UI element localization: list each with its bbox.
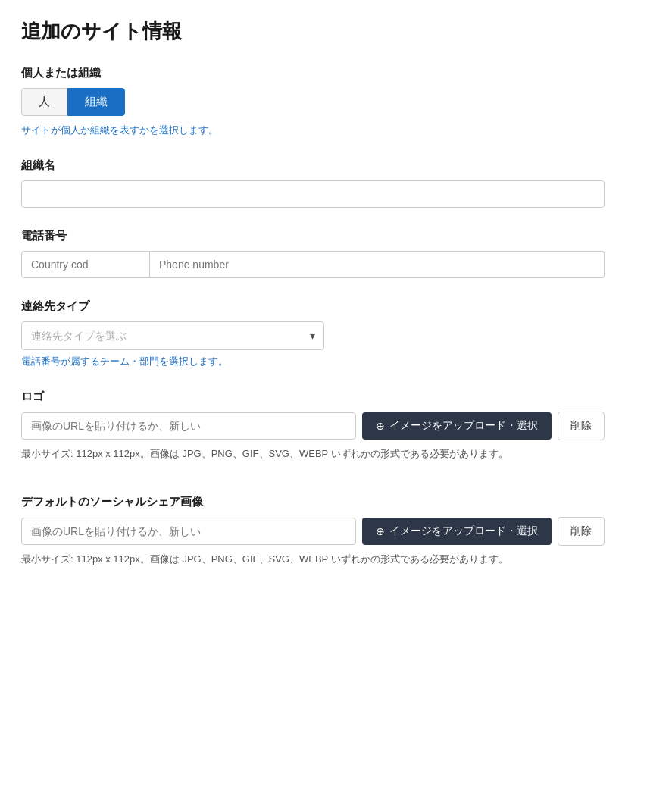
contact-type-hint: 電話番号が属するチーム・部門を選択します。 [21, 355, 651, 368]
person-org-label: 個人または組織 [21, 66, 651, 80]
person-org-hint: サイトが個人か組織を表すかを選択します。 [21, 124, 651, 137]
plus-circle-icon-social: ⊕ [376, 525, 385, 537]
social-image-upload-label: イメージをアップロード・選択 [389, 524, 538, 538]
logo-section: ロゴ ⊕ イメージをアップロード・選択 削除 最小サイズ: 112px x 11… [21, 390, 651, 462]
logo-delete-button[interactable]: 削除 [558, 412, 605, 440]
person-org-toggle: 人 組織 [21, 88, 651, 116]
plus-circle-icon: ⊕ [376, 420, 385, 432]
person-org-section: 個人または組織 人 組織 サイトが個人か組織を表すかを選択します。 [21, 66, 651, 137]
phone-section: 電話番号 [21, 229, 651, 278]
phone-number-input[interactable] [150, 251, 605, 278]
page-title: 追加のサイト情報 [21, 18, 651, 45]
contact-type-label: 連絡先タイプ [21, 299, 651, 314]
phone-group [21, 251, 605, 278]
contact-type-select[interactable]: 連絡先タイプを選ぶ [21, 321, 324, 350]
org-name-label: 組織名 [21, 158, 651, 173]
phone-label: 電話番号 [21, 229, 651, 243]
social-image-delete-button[interactable]: 削除 [558, 517, 605, 546]
social-image-input-group: ⊕ イメージをアップロード・選択 削除 [21, 517, 605, 546]
contact-type-wrapper: 連絡先タイプを選ぶ ▾ [21, 321, 324, 350]
social-image-upload-button[interactable]: ⊕ イメージをアップロード・選択 [362, 518, 552, 545]
person-button[interactable]: 人 [21, 88, 67, 116]
logo-upload-button[interactable]: ⊕ イメージをアップロード・選択 [362, 412, 552, 440]
social-image-section: デフォルトのソーシャルシェア画像 ⊕ イメージをアップロード・選択 削除 最小サ… [21, 495, 651, 567]
social-image-url-input[interactable] [21, 518, 356, 545]
country-code-input[interactable] [21, 251, 150, 278]
contact-type-section: 連絡先タイプ 連絡先タイプを選ぶ ▾ 電話番号が属するチーム・部門を選択します。 [21, 299, 651, 368]
social-image-label: デフォルトのソーシャルシェア画像 [21, 495, 651, 509]
social-image-size-hint: 最小サイズ: 112px x 112px。画像は JPG、PNG、GIF、SVG… [21, 552, 605, 567]
logo-upload-label: イメージをアップロード・選択 [389, 419, 538, 433]
org-name-section: 組織名 [21, 158, 651, 208]
logo-label: ロゴ [21, 390, 651, 404]
logo-url-input[interactable] [21, 412, 356, 440]
org-button[interactable]: 組織 [67, 88, 125, 116]
logo-input-group: ⊕ イメージをアップロード・選択 削除 [21, 412, 605, 440]
logo-size-hint: 最小サイズ: 112px x 112px。画像は JPG、PNG、GIF、SVG… [21, 446, 605, 462]
org-name-input[interactable] [21, 180, 605, 208]
